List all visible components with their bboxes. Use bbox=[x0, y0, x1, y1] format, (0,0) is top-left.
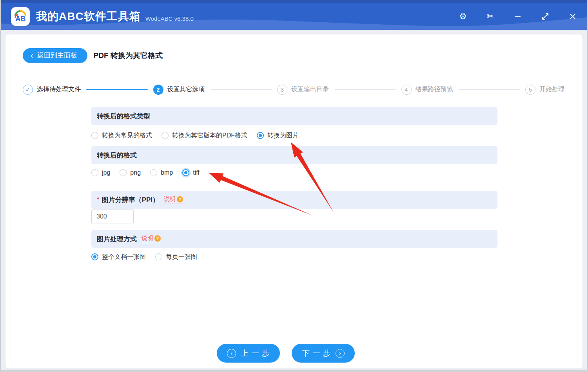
circle-chevron-left-icon: ‹ bbox=[227, 349, 236, 358]
question-mark-icon: ? bbox=[154, 235, 161, 242]
minimize-icon[interactable] bbox=[513, 11, 523, 22]
step-indicator: ✓ 选择待处理文件 2 设置其它选项 3 设置输出目录 4 bbox=[11, 72, 577, 107]
settings-gear-icon[interactable]: ⚙ bbox=[458, 11, 468, 22]
titlebar-actions: ⚙ ✂ bbox=[458, 11, 578, 22]
radio-bmp[interactable]: bmp bbox=[150, 167, 173, 178]
radio-circle-icon bbox=[91, 169, 98, 176]
step-3-output-dir: 3 设置输出目录 bbox=[277, 85, 329, 95]
step-2-number: 2 bbox=[153, 85, 163, 95]
resolution-help-link[interactable]: 说明 ? bbox=[164, 195, 183, 204]
radio-png[interactable]: png bbox=[120, 167, 141, 178]
section-resolution-header: * 图片分辨率（PPI） 说明 ? bbox=[91, 191, 497, 209]
radio-circle-icon bbox=[91, 132, 98, 139]
step-4-result-preview: 4 结果路径预览 bbox=[401, 85, 453, 95]
step-connector bbox=[211, 89, 272, 90]
radio-circle-icon bbox=[150, 169, 157, 176]
section-format-type-header: 转换后的格式类型 bbox=[91, 107, 497, 125]
section-resolution-title: 图片分辨率（PPI） bbox=[102, 195, 159, 204]
step-1-select-files: ✓ 选择待处理文件 bbox=[23, 85, 81, 95]
app-logo-icon: A B bbox=[13, 9, 28, 24]
question-mark-icon: ? bbox=[177, 196, 183, 202]
resolution-input-row bbox=[91, 209, 497, 230]
step-1-label: 选择待处理文件 bbox=[37, 85, 81, 94]
step-4-number: 4 bbox=[401, 85, 412, 95]
step-5-label: 开始处理 bbox=[539, 85, 564, 94]
previous-step-button[interactable]: ‹ 上一步 bbox=[217, 344, 280, 363]
step-connector bbox=[459, 89, 520, 90]
step-1-check-icon: ✓ bbox=[23, 85, 33, 95]
step-2-options: 2 设置其它选项 bbox=[153, 85, 205, 95]
radio-jpg[interactable]: jpg bbox=[91, 167, 110, 178]
radio-circle-icon bbox=[162, 132, 169, 139]
radio-checked-icon bbox=[257, 132, 264, 139]
radio-checked-icon bbox=[182, 169, 189, 176]
section-format-type-title: 转换后的格式类型 bbox=[97, 112, 150, 121]
maximize-icon[interactable] bbox=[540, 11, 550, 22]
radio-whole-doc-one-image[interactable]: 整个文档一张图 bbox=[91, 251, 146, 262]
section-processing-title: 图片处理方式 bbox=[97, 235, 137, 244]
chevron-left-icon: ‹ bbox=[31, 51, 33, 59]
outer-card: ‹ 返回到主面板 PDF 转换为其它格式 ✓ 选择待处理文件 2 设置其它选项 bbox=[5, 34, 583, 368]
footer-navigation: ‹ 上一步 下一步 › bbox=[3, 344, 569, 363]
processing-help-link[interactable]: 说明 ? bbox=[142, 235, 161, 243]
inner-card: ‹ 返回到主面板 PDF 转换为其它格式 ✓ 选择待处理文件 2 设置其它选项 bbox=[11, 39, 577, 364]
step-3-number: 3 bbox=[277, 85, 287, 95]
radio-circle-icon bbox=[155, 253, 162, 260]
app-logo: A B bbox=[11, 7, 30, 26]
back-to-dashboard-button[interactable]: ‹ 返回到主面板 bbox=[23, 48, 87, 63]
section-image-format-title: 转换后的格式 bbox=[97, 151, 137, 160]
svg-text:A: A bbox=[15, 14, 21, 23]
circle-chevron-right-icon: › bbox=[336, 349, 345, 358]
step-2-label: 设置其它选项 bbox=[167, 85, 205, 94]
section-processing-header: 图片处理方式 说明 ? bbox=[91, 230, 497, 248]
svg-text:B: B bbox=[20, 14, 26, 23]
ppi-value-input[interactable] bbox=[91, 209, 134, 224]
step-5-number: 5 bbox=[525, 85, 535, 95]
options-form: 转换后的格式类型 转换为常见的格式 转换为其它版本的PDF格式 bbox=[91, 107, 497, 262]
app-window: A B 我的ABC软件工具箱 WodeABC v6.38.0 ⚙ ✂ bbox=[0, 0, 588, 372]
format-type-options: 转换为常见的格式 转换为其它版本的PDF格式 转换为图片 bbox=[91, 125, 497, 146]
next-step-button[interactable]: 下一步 › bbox=[292, 344, 355, 363]
radio-convert-to-image[interactable]: 转换为图片 bbox=[257, 130, 299, 141]
required-asterisk: * bbox=[97, 196, 100, 204]
titlebar-top-strip bbox=[1, 0, 587, 3]
scissors-screenshot-icon[interactable]: ✂ bbox=[485, 11, 495, 22]
close-icon[interactable] bbox=[568, 11, 578, 22]
app-version: WodeABC v6.38.0 bbox=[145, 15, 194, 22]
image-format-options: jpg png bmp tiff bbox=[91, 164, 497, 191]
step-4-label: 结果路径预览 bbox=[416, 85, 453, 94]
radio-other-pdf-version[interactable]: 转换为其它版本的PDF格式 bbox=[162, 130, 247, 141]
page-title: PDF 转换为其它格式 bbox=[94, 51, 163, 61]
step-connector bbox=[334, 89, 396, 90]
step-connector-done bbox=[86, 89, 148, 90]
titlebar: A B 我的ABC软件工具箱 WodeABC v6.38.0 ⚙ ✂ bbox=[1, 0, 587, 30]
processing-options: 整个文档一张图 每页一张图 bbox=[91, 248, 497, 262]
page-header: ‹ 返回到主面板 PDF 转换为其它格式 bbox=[11, 39, 577, 72]
back-button-label: 返回到主面板 bbox=[37, 51, 77, 60]
app-title: 我的ABC软件工具箱 bbox=[36, 9, 141, 24]
radio-circle-icon bbox=[120, 169, 127, 176]
step-5-start-processing: 5 开始处理 bbox=[525, 85, 564, 95]
radio-checked-icon bbox=[91, 253, 98, 260]
content-area: ‹ 返回到主面板 PDF 转换为其它格式 ✓ 选择待处理文件 2 设置其它选项 bbox=[1, 30, 587, 370]
radio-one-image-per-page[interactable]: 每页一张图 bbox=[155, 251, 197, 262]
radio-common-format[interactable]: 转换为常见的格式 bbox=[91, 130, 152, 141]
step-3-label: 设置输出目录 bbox=[291, 85, 329, 94]
section-image-format-header: 转换后的格式 bbox=[91, 146, 497, 164]
radio-tiff[interactable]: tiff bbox=[182, 167, 200, 178]
